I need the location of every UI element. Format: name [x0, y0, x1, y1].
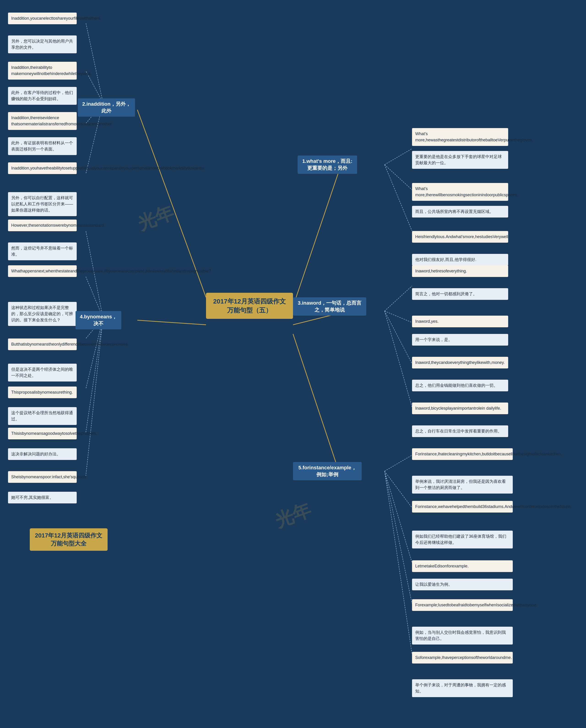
card-b4-5-zh: 这决非解决问题的好办法。: [8, 448, 77, 460]
svg-line-25: [385, 471, 412, 604]
card-b1-3-en: Heisfriendlytous.Andwhat'smore,hestudies…: [412, 231, 508, 243]
svg-line-15: [86, 231, 103, 318]
svg-line-13: [385, 311, 412, 407]
card-b1-2-en: What's more,therewillbenosmokingsectioni…: [412, 183, 508, 201]
bottom-title: 2017年12月英语四级作文万能句型大全: [30, 528, 107, 551]
card-b4-2-en: Whathappensnext,whenthestateandtheproces…: [8, 265, 77, 277]
svg-line-11: [385, 311, 412, 322]
svg-line-23: [385, 471, 412, 508]
card-b4-4-zh: 这个提议绝不会理所当然地获得通过。: [8, 407, 77, 425]
svg-line-21: [293, 334, 339, 471]
card-b5-1-en: Forinstance,lhatecleaningmykitchen,butld…: [412, 448, 513, 460]
card-b2-4-zh: 另外，你可以自行配置，这样就可以把私人和工作书签区分开来——如果你愿这样做的话。: [8, 192, 77, 216]
card-b2-1-zh: 另外，您可以决定与其他的用户共享您的文件。: [8, 35, 77, 53]
card-b4-3-zh: 但是这决不是两个经济体之间的唯一不同之处。: [8, 364, 77, 382]
branch4-label: 4.bynomeans，决不: [76, 311, 121, 329]
card-b1-1-en: What's more,hewasthegreatestdistributoro…: [412, 128, 508, 146]
card-b2-3-en: Inaddition,thereisevidence thatsomemater…: [8, 112, 77, 130]
card-b4-1-zh: 然而，这些记号并不意味着一个标准。: [8, 242, 77, 260]
card-b3-3-en: Inaword,theycandoeverythingtheylikewith,…: [412, 357, 508, 368]
svg-line-3: [385, 165, 412, 231]
branch5-label: 5.forinstance/example，例如;举例: [293, 462, 362, 480]
card-b1-2-zh: 而且，公共场所室内将不再设置无烟区域。: [412, 206, 508, 217]
card-b5-1-zh: 举例来说，我讨厌清洁厨房，但我还是因为喜欢看到一个整洁的厨房而做了。: [412, 476, 513, 494]
branch3-label: 3.inaword，一句话，总而言之，简单地说: [293, 297, 366, 316]
card-b2-3-zh: 此外，有证据表明有些材料从一个表面迁移到另一个表面。: [8, 137, 77, 155]
center-title-box: 2017年12月英语四级作文万能句型（五）: [206, 293, 293, 319]
svg-line-2: [385, 165, 412, 190]
svg-line-20: [86, 318, 103, 476]
card-b2-2-en: Inaddition,theirabilityto makemoneywilln…: [8, 62, 77, 80]
card-b5-3-en: LetmetakeEdisonforexample.: [412, 561, 513, 572]
card-b3-4-en: Inaword,bicyclesplayanimportantrolein da…: [412, 402, 508, 414]
svg-line-5: [86, 23, 103, 103]
card-b1-1-zh: 更重要的是他是在众多放下手套的球星中对足球贡献最大的一位。: [412, 151, 508, 169]
watermark-2: 光年: [271, 498, 314, 534]
card-b3-1-zh: 简言之，他对一切都感到厌倦了。: [412, 288, 508, 300]
branch1-label: 1.what's more，而且:更重要的是；另外: [298, 156, 357, 174]
mind-map: 光年 光年 2017年12月英语四级作文万能句型（五） 1.what's mor…: [0, 0, 586, 728]
svg-line-12: [385, 311, 412, 364]
card-b3-1-en: Inaword,hetiresofeverything.: [412, 265, 508, 277]
svg-line-0: [293, 172, 339, 307]
card-b4-4-en: Thisproposalisbynomeasurething.: [8, 387, 77, 398]
svg-line-26: [385, 471, 412, 654]
svg-line-22: [385, 455, 412, 471]
svg-line-24: [385, 471, 412, 563]
card-b5-3-zh: 让我以爱迪生为例。: [412, 579, 513, 590]
svg-line-1: [385, 149, 412, 165]
card-b4-6-zh: 她可不穷,其实她很富。: [8, 492, 77, 503]
card-b5-4-en: Forexample;lusedtobeafraidtobemyselfwhen…: [412, 599, 513, 611]
card-b2-2-zh: 此外，在客户等待的过程中，他们赚钱的能力不会受到妨碍。: [8, 87, 77, 105]
card-b4-1-en: However,thesenotationswerebynomeansastan…: [8, 219, 77, 231]
svg-line-10: [385, 286, 412, 311]
svg-line-14: [137, 320, 206, 325]
card-b4-6-en: Sheisbynomeanspoor:infact,she'squitrich.: [8, 471, 77, 483]
card-b5-5-zh: 举个例子来说，对于周遭的事物，我拥有一定的感知。: [412, 679, 513, 697]
card-b1-3-zh: 他对我们很友好,而且,他学得很好.: [412, 254, 508, 265]
card-b5-2-en: Forinstance,wehavehelpedthembuild36stadi…: [412, 501, 513, 513]
card-b5-4-zh: 例如，当与别人交往时我会感觉害怕，我意识到我害怕的是自己。: [412, 627, 513, 645]
card-b3-2-zh: 用一个字来说，是。: [412, 334, 508, 345]
card-b5-5-en: Soforexample,Ihaveperceptionsoftheworlda…: [412, 652, 513, 664]
card-b3-2-en: Inaword,yes.: [412, 316, 508, 327]
card-b2-1-en: Inaddition,youcanelecttoshareyourfileswi…: [8, 12, 77, 24]
card-b3-3-zh: 总之，他们用金钱能做到他们喜欢做的一切。: [412, 380, 508, 391]
card-b5-2-zh: 例如我们已经帮助他们建设了36座体育场馆，我们今后还将继续这样做。: [412, 530, 513, 548]
card-b4-3-en: Butthatisbynomeanstheonlydifferencebetwe…: [8, 338, 77, 350]
branch2-label: 2.inaddition，另外，此外: [78, 98, 135, 116]
card-b3-4-zh: 总之，自行车在日常生活中发挥着重要的作用。: [412, 425, 508, 437]
card-b2-4-en: Inaddition,youhavetheabilitytosetupprofi…: [8, 162, 77, 174]
center-title: 2017年12月英语四级作文万能句型（五）: [206, 293, 293, 319]
svg-line-19: [86, 318, 103, 432]
watermark-1: 光年: [134, 200, 177, 236]
card-b4-2-zh: 这种状态和过程如果决不是完整的，那么至少应该是确定的，可辨识的。接下来会发生什么…: [8, 302, 77, 326]
card-b4-5-en: Thisisbynomeansagoodwaytosolvetheproblem…: [8, 428, 77, 439]
